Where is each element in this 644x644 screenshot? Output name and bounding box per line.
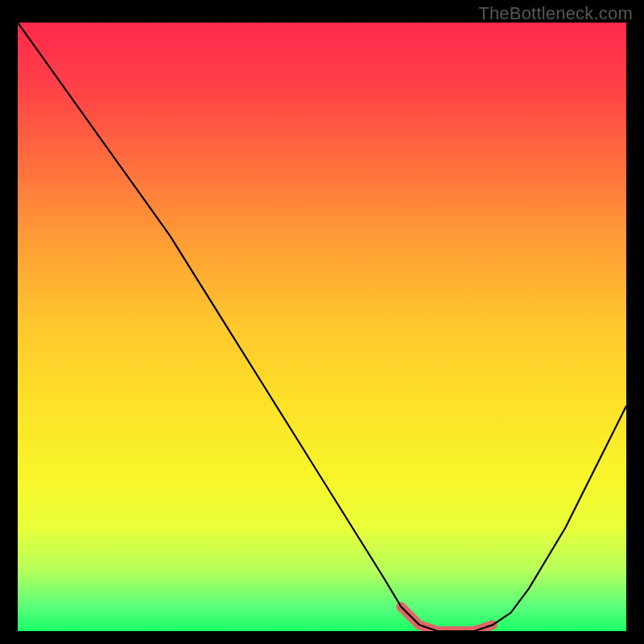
- chart-container: TheBottleneck.com: [0, 0, 644, 644]
- bottleneck-chart: [18, 23, 626, 631]
- chart-background: [18, 23, 626, 631]
- watermark-text: TheBottleneck.com: [478, 3, 633, 24]
